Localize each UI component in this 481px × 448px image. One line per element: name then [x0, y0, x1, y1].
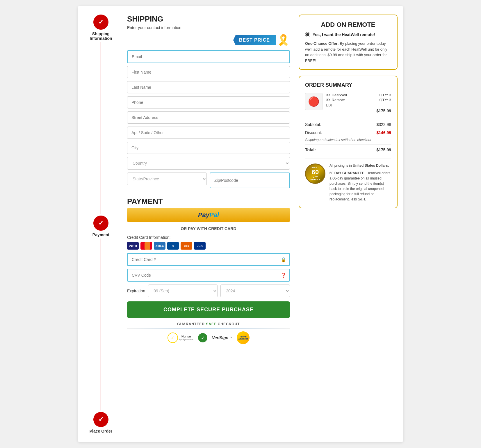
- jcb-icon: JCB: [194, 242, 206, 250]
- main-content: SHIPPING Enter your contact information:…: [124, 15, 293, 433]
- email-field[interactable]: [127, 50, 290, 63]
- shipping-title: SHIPPING: [127, 15, 290, 24]
- last-name-field[interactable]: [127, 81, 290, 93]
- addon-offer-label: One-Chance Offer:: [305, 41, 339, 46]
- discount-label: Discount:: [305, 130, 322, 135]
- street-address-field[interactable]: [127, 111, 290, 124]
- sidebar-line-1: [101, 42, 101, 214]
- lock-icon: 🔒: [281, 257, 286, 262]
- total-row: Total: $175.99: [305, 144, 391, 154]
- addon-radio[interactable]: [305, 32, 310, 37]
- addon-box: ADD ON REMOTE Yes, I want the HeatWell r…: [299, 15, 398, 70]
- cc-label: Credit Card Information:: [127, 235, 290, 240]
- help-icon: ❓: [281, 273, 286, 278]
- expiration-row: Expiration 09 (Sep) 01 (Jan)02 (Feb)03 (…: [127, 285, 290, 297]
- step-place-order-circle: ✓: [93, 412, 108, 427]
- verisign-sub: ™: [229, 336, 232, 339]
- zip-field[interactable]: [210, 173, 290, 188]
- state-select[interactable]: State/Province AlabamaAlaskaArizona Cali…: [127, 173, 207, 185]
- badge-return: Return It: [311, 178, 320, 181]
- item2-name: 3X Remote: [326, 98, 345, 102]
- cc-number-wrapper: 🔒: [127, 253, 290, 266]
- paypal-advanced-badge: PayPalAdvanced: [237, 331, 250, 344]
- addon-radio-row: Yes, I want the HeatWell remote!: [305, 32, 391, 37]
- state-zip-row: State/Province AlabamaAlaskaArizona Cali…: [127, 173, 290, 188]
- item-price: $175.99: [326, 109, 391, 113]
- check-badge: ✓: [198, 333, 207, 342]
- addon-radio-label: Yes, I want the HeatWell remote!: [313, 32, 375, 37]
- city-field[interactable]: [127, 142, 290, 154]
- ribbon-icon: 🎗️: [277, 34, 290, 46]
- pricing-note-start: All pricing is in: [329, 163, 353, 168]
- guarantee-desc-text: HeatWell offers a 60-day guarantee on al…: [329, 171, 390, 201]
- best-price-banner: BEST PRICE 🎗️: [127, 34, 290, 46]
- guaranteed-text-start: GUARANTEED: [177, 322, 205, 326]
- guarantee-title-label: 60 DAY GUARANTEE:: [329, 171, 366, 175]
- norton-label: Norton: [179, 335, 193, 338]
- first-name-field[interactable]: [127, 66, 290, 78]
- order-item-row: 🔴 3X HeatWell QTY: 3 3X Remote QTY: 3 ED…: [305, 93, 391, 117]
- item2-qty: QTY: 3: [380, 98, 391, 102]
- guarantee-text-block: All pricing is in United States Dollars.…: [329, 163, 391, 202]
- guarantee-section: LOVE IT 60 DAY Return It All pricing is …: [305, 159, 391, 202]
- total-label: Total:: [305, 147, 316, 152]
- order-summary-title: ORDER SUMMARY: [305, 82, 391, 88]
- norton-badge: ✓ Norton by Symantec: [168, 333, 193, 343]
- expiration-label: Expiration: [127, 289, 145, 293]
- step-payment: ✓ Payment: [92, 216, 109, 237]
- best-price-badge: BEST PRICE: [233, 35, 276, 45]
- paypal-button[interactable]: PayPal: [127, 208, 290, 222]
- paypal-adv-label: PayPalAdvanced: [238, 336, 248, 340]
- item1-qty: QTY: 3: [380, 93, 391, 97]
- verisign-badge: VeriSign™: [212, 335, 232, 340]
- order-item-image: 🔴: [305, 93, 323, 110]
- edit-link[interactable]: EDIT: [326, 103, 391, 107]
- page-container: ✓ Shipping Information ✓ Payment ✓ Place…: [78, 6, 403, 442]
- paypal-logo: PayPal: [198, 211, 219, 219]
- amex-icon: AMEX: [154, 242, 165, 250]
- step-place-order: ✓ Place Order: [90, 412, 113, 433]
- phone-field[interactable]: [127, 96, 290, 109]
- step-place-order-label: Place Order: [90, 429, 113, 433]
- cvv-field[interactable]: [127, 269, 290, 282]
- mastercard-icon: [140, 242, 152, 250]
- visa-icon: VISA: [127, 242, 139, 250]
- step-payment-circle: ✓: [93, 216, 108, 231]
- heater-icon: 🔴: [308, 96, 320, 107]
- pricing-note: All pricing is in United States Dollars.: [329, 163, 391, 168]
- subtotal-label: Subtotal:: [305, 122, 321, 127]
- sidebar-line-2: [101, 239, 101, 410]
- guaranteed-section: GUARANTEED SAFE CHECKOUT ✓ Norton by Sym…: [127, 322, 290, 344]
- payment-section: PAYMENT PayPal OR PAY WITH CREDIT CARD C…: [127, 197, 290, 344]
- shipping-section: SHIPPING Enter your contact information:…: [127, 15, 290, 188]
- payment-title: PAYMENT: [127, 197, 290, 206]
- step-shipping: ✓ Shipping Information: [90, 15, 112, 41]
- badge-day: 60: [312, 169, 319, 175]
- shipping-subtitle: Enter your contact information:: [127, 25, 290, 30]
- item1-name: 3X HeatWell: [326, 93, 347, 97]
- addon-title: ADD ON REMOTE: [305, 21, 391, 29]
- expiration-month-select[interactable]: 09 (Sep) 01 (Jan)02 (Feb)03 (Mar) 04 (Ap…: [148, 285, 218, 297]
- expiration-year-select[interactable]: 2024 202520262027 202820292030: [220, 285, 290, 297]
- subtotal-value: $322.98: [376, 122, 391, 127]
- cvv-wrapper: ❓: [127, 269, 290, 282]
- subtotal-row: Subtotal: $322.98: [305, 120, 391, 129]
- sidebar: ✓ Shipping Information ✓ Payment ✓ Place…: [83, 15, 118, 433]
- step-shipping-label: Shipping Information: [90, 31, 112, 41]
- step-shipping-circle: ✓: [93, 15, 108, 30]
- country-select[interactable]: Country United States Canada United King…: [127, 157, 290, 170]
- complete-purchase-button[interactable]: COMPLETE SECURE PURCHASE: [127, 301, 290, 318]
- apt-suite-field[interactable]: [127, 127, 290, 139]
- step-payment-label: Payment: [92, 232, 109, 237]
- guaranteed-text-safe: SAFE: [206, 322, 218, 326]
- total-value: $175.99: [376, 147, 391, 152]
- guaranteed-line: [127, 328, 290, 328]
- order-item-details: 3X HeatWell QTY: 3 3X Remote QTY: 3 EDIT…: [326, 93, 391, 113]
- cc-number-field[interactable]: [127, 253, 290, 266]
- item2-line: 3X Remote QTY: 3: [326, 98, 391, 102]
- guaranteed-title: GUARANTEED SAFE CHECKOUT: [127, 322, 290, 326]
- verisign-label: VeriSign: [212, 335, 228, 340]
- pricing-note-bold: United States Dollars.: [353, 163, 389, 168]
- security-badges: ✓ Norton by Symantec ✓ VeriSign™: [127, 331, 290, 344]
- guaranteed-text-end: CHECKOUT: [218, 322, 240, 326]
